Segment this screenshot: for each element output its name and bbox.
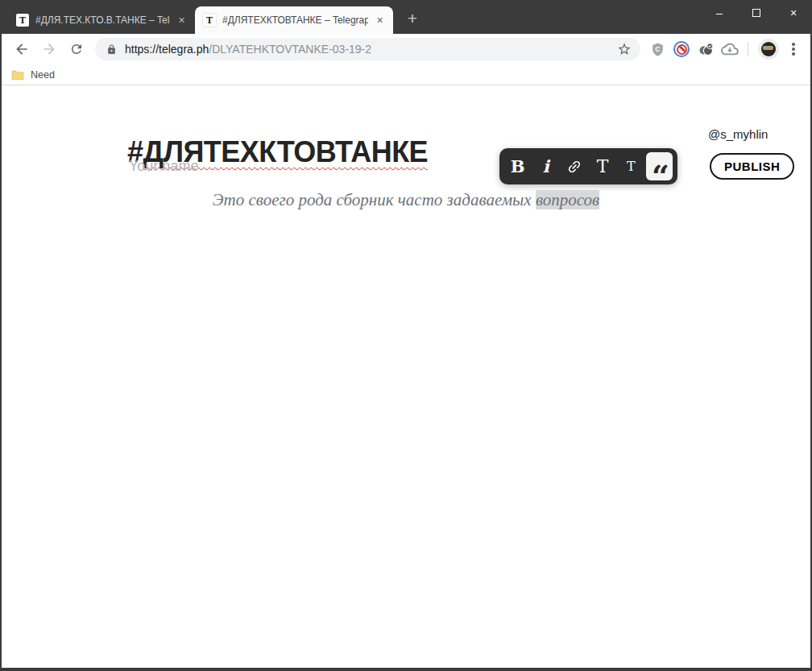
tab-strip: T #ДЛЯ.ТЕХ.КТО.В.ТАНКЕ – Telegra × T #ДЛ… (0, 0, 812, 34)
reload-icon (69, 42, 84, 56)
forward-arrow-icon (41, 41, 57, 57)
minimize-button[interactable]: – (701, 0, 738, 26)
bookmark-folder-need[interactable]: Need (11, 69, 55, 81)
publish-button[interactable]: PUBLISH (710, 153, 794, 180)
account-handle: @s_myhlin (708, 127, 768, 141)
bookmarks-bar: Need (2, 64, 810, 85)
telegraph-favicon: T (203, 14, 216, 27)
url-text: https://telegra.ph/DLYATEHKTOVTANKE-03-1… (125, 43, 615, 56)
new-tab-button[interactable]: + (401, 7, 424, 30)
menu-dot (792, 43, 795, 46)
bookmark-star-button[interactable] (615, 39, 634, 59)
bold-button[interactable]: B (504, 152, 531, 180)
tab-title: #ДЛЯТЕХКТОВТАНКЕ – Telegrap (222, 14, 368, 26)
forward-button[interactable] (38, 38, 60, 60)
window-controls: – × (701, 0, 812, 26)
star-icon (617, 42, 632, 56)
prohibition-icon (673, 41, 690, 57)
cloud-download-icon (721, 40, 739, 58)
reload-button[interactable] (65, 38, 88, 60)
browser-tab-1[interactable]: T #ДЛЯ.ТЕХ.КТО.В.ТАНКЕ – Telegra × (8, 6, 195, 34)
extension-adblock-button[interactable] (669, 38, 694, 60)
browser-window: https://telegra.ph/DLYATEHKTOVTANKE-03-1… (2, 34, 810, 668)
extension-download-button[interactable] (718, 38, 742, 60)
shield-icon: C (650, 42, 665, 57)
folder-icon (11, 69, 24, 81)
browser-toolbar: https://telegra.ph/DLYATEHKTOVTANKE-03-1… (2, 34, 810, 64)
maximize-button[interactable] (738, 0, 775, 26)
tab-title: #ДЛЯ.ТЕХ.КТО.В.ТАНКЕ – Telegra (35, 14, 170, 26)
maximize-icon (752, 9, 760, 17)
browser-menu-button[interactable] (783, 38, 804, 60)
browser-tab-2-active[interactable]: T #ДЛЯТЕХКТОВТАНКЕ – Telegrap × (195, 6, 393, 34)
toolbar-separator (748, 42, 748, 56)
lock-icon[interactable] (106, 44, 117, 55)
formatting-toolbar: B i T T “ (499, 148, 677, 184)
telegraph-editor-page: #ДЛЯТЕХКТОВТАНКЕ Your name B i T T “ @s_… (2, 85, 810, 668)
selected-word: вопросов (536, 190, 599, 209)
extension-shield-button[interactable]: C (645, 38, 669, 60)
author-name-field[interactable]: Your name (129, 158, 198, 175)
tab-close-icon[interactable]: × (175, 14, 188, 27)
heading-button[interactable]: T (590, 152, 616, 180)
subheading-button[interactable]: T (618, 152, 644, 180)
coins-checkmark-icon (698, 41, 715, 58)
quote-text: Это своего рода сборник часто задаваемых (213, 190, 536, 209)
url-host: https://telegra.ph (125, 43, 209, 56)
svg-text:C: C (655, 44, 661, 52)
close-button[interactable]: × (775, 0, 812, 26)
address-bar[interactable]: https://telegra.ph/DLYATEHKTOVTANKE-03-1… (95, 38, 640, 60)
bookmark-label: Need (31, 69, 55, 81)
back-arrow-icon (14, 41, 30, 57)
link-button[interactable] (561, 152, 587, 180)
extension-coins-button[interactable] (694, 38, 718, 60)
pullquote-text[interactable]: Это своего рода сборник часто задаваемых… (2, 190, 810, 210)
profile-avatar[interactable] (758, 39, 779, 60)
back-button[interactable] (10, 38, 33, 60)
telegraph-favicon: T (16, 14, 29, 27)
quote-button-active[interactable]: “ (646, 152, 673, 180)
italic-button[interactable]: i (532, 152, 559, 180)
tab-close-icon[interactable]: × (373, 14, 387, 27)
url-path: /DLYATEHKTOVTANKE-03-19-2 (209, 43, 371, 56)
link-icon (563, 155, 586, 177)
